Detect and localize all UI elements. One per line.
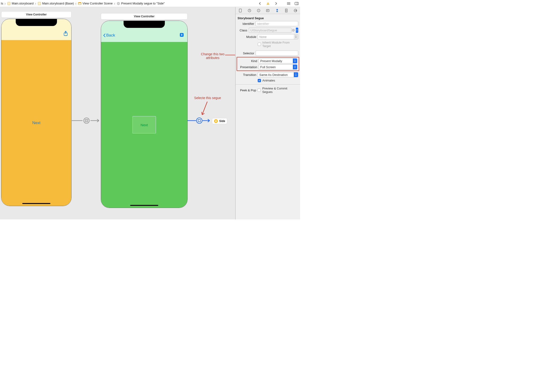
scene-reference-label: Side — [219, 119, 225, 123]
segue-connector-modal-selected[interactable] — [188, 117, 212, 124]
download-icon — [179, 33, 184, 37]
svg-rect-7 — [268, 4, 268, 5]
inspector-tab-bar: ? — [236, 7, 300, 14]
annotation-segue: Selecte this segue — [194, 96, 221, 100]
breadcrumb-item[interactable]: View Controller Scene — [78, 2, 113, 5]
breadcrumb-text: View Controller Scene — [82, 2, 113, 5]
history-inspector-tab[interactable] — [247, 8, 252, 13]
svg-rect-1 — [38, 2, 41, 5]
module-dropdown[interactable]: None — [258, 34, 298, 39]
dropdown-value: None — [259, 35, 267, 39]
selector-row: Selector — [236, 50, 300, 56]
home-indicator — [22, 203, 50, 204]
editor-path-bar: ls › Main.storyboard › Main.storyboard (… — [0, 0, 300, 7]
class-jump-icon[interactable] — [292, 28, 295, 33]
download-button[interactable] — [179, 33, 184, 37]
inspector-body: Storyboard Segue Identifier Class Module… — [236, 14, 300, 96]
device-notch — [16, 19, 57, 26]
annotation-attributes: Change this two attributes — [200, 52, 225, 60]
scene-view-controller-1[interactable]: View Controller Next — [1, 11, 72, 206]
separator — [236, 84, 300, 84]
svg-text:?: ? — [258, 9, 259, 12]
svg-rect-0 — [8, 2, 10, 5]
next-button[interactable]: Next — [32, 121, 41, 125]
checkbox-unchecked-icon[interactable] — [258, 89, 261, 92]
checkbox-unchecked-icon[interactable] — [258, 43, 261, 46]
presentation-dropdown[interactable]: Full Screen — [259, 64, 297, 70]
next-button[interactable]: Next — [141, 123, 148, 127]
svg-line-26 — [202, 102, 207, 115]
svg-point-21 — [196, 118, 202, 123]
annotation-text: attributes — [200, 56, 225, 60]
segue-icon — [116, 2, 120, 5]
animates-row[interactable]: Animates — [236, 78, 300, 83]
svg-point-16 — [84, 118, 89, 123]
home-indicator — [130, 205, 158, 206]
breadcrumb-text: ls — [1, 2, 3, 5]
editor-toolbar-right — [258, 0, 299, 7]
scene-title-bar[interactable]: View Controller — [101, 13, 188, 20]
nav-forward-button[interactable] — [273, 1, 278, 6]
dropdown-value: Full Screen — [260, 65, 276, 69]
connections-inspector-tab[interactable] — [293, 8, 298, 13]
file-inspector-tab[interactable] — [238, 8, 243, 13]
share-icon — [63, 31, 68, 36]
breadcrumb-item[interactable]: ls — [1, 2, 3, 5]
content-view: Next — [101, 42, 187, 208]
inherit-module-row[interactable]: Inherit Module From Target — [236, 40, 300, 48]
breadcrumb-item[interactable]: Present Modally segue to "Side" — [116, 2, 165, 5]
chevron-right-icon: › — [75, 2, 77, 5]
scene-reference-side[interactable]: Side — [212, 118, 227, 124]
back-label: Back — [106, 33, 115, 38]
svg-rect-27 — [239, 9, 241, 12]
class-dropdown-button[interactable] — [296, 28, 298, 33]
annotation-text: Change this two — [200, 52, 225, 56]
identity-inspector-tab[interactable] — [265, 8, 271, 13]
assistant-editor-toggle[interactable] — [294, 1, 299, 6]
attributes-inspector-tab[interactable] — [274, 8, 280, 13]
class-row: Class — [236, 27, 300, 33]
kind-dropdown[interactable]: Present Modally — [259, 58, 297, 63]
scene-title-bar[interactable]: View Controller — [1, 11, 72, 18]
field-label: Selector — [238, 51, 254, 55]
document-outline-toggle[interactable] — [286, 1, 291, 6]
annotation-arrow-icon — [225, 53, 235, 57]
chevron-updown-icon — [293, 65, 297, 69]
checkbox-label: Preview & Commit Segues — [262, 87, 298, 94]
scene-view-controller-2[interactable]: View Controller Back Next — [101, 13, 188, 208]
annotation-highlight-box: Kind Present Modally Presentation Full S… — [237, 57, 299, 71]
help-inspector-tab[interactable]: ? — [256, 8, 261, 13]
container-view[interactable]: Next — [133, 116, 156, 134]
field-label: Transition — [238, 73, 256, 77]
back-button[interactable]: Back — [103, 33, 115, 38]
issues-warning-icon[interactable] — [265, 1, 271, 6]
svg-rect-3 — [78, 2, 81, 3]
transition-dropdown[interactable]: Same As Destination — [258, 72, 298, 77]
share-button[interactable] — [63, 31, 68, 36]
nav-back-button[interactable] — [258, 1, 263, 6]
chevron-left-icon — [103, 33, 106, 37]
transition-row: Transition Same As Destination — [236, 71, 300, 78]
dropdown-value: Same As Destination — [259, 73, 288, 77]
breadcrumb-text: Main.storyboard — [12, 2, 34, 5]
field-label: Kind — [239, 59, 257, 63]
breadcrumb-item[interactable]: Main.storyboard — [7, 2, 34, 5]
class-field[interactable] — [249, 28, 292, 33]
chevron-updown-icon — [293, 59, 297, 63]
segue-connector-push[interactable] — [72, 117, 101, 124]
identifier-field[interactable] — [256, 21, 298, 26]
breadcrumb-text: Main.storyboard (Base) — [42, 2, 74, 5]
field-label: Identifier — [238, 22, 254, 26]
checkbox-checked-icon[interactable] — [258, 79, 261, 82]
svg-rect-31 — [266, 9, 269, 12]
breadcrumb-item[interactable]: Main.storyboard (Base) — [38, 2, 74, 5]
field-label: Module — [238, 35, 256, 39]
selector-field[interactable] — [256, 51, 298, 56]
svg-point-4 — [117, 2, 120, 5]
field-label: Presentation — [239, 65, 257, 69]
size-inspector-tab[interactable] — [283, 8, 289, 13]
chevron-updown-icon — [294, 72, 298, 77]
svg-rect-6 — [268, 3, 268, 4]
storyboard-canvas[interactable]: View Controller Next View Controller — [0, 7, 235, 219]
scene-icon — [78, 2, 81, 5]
